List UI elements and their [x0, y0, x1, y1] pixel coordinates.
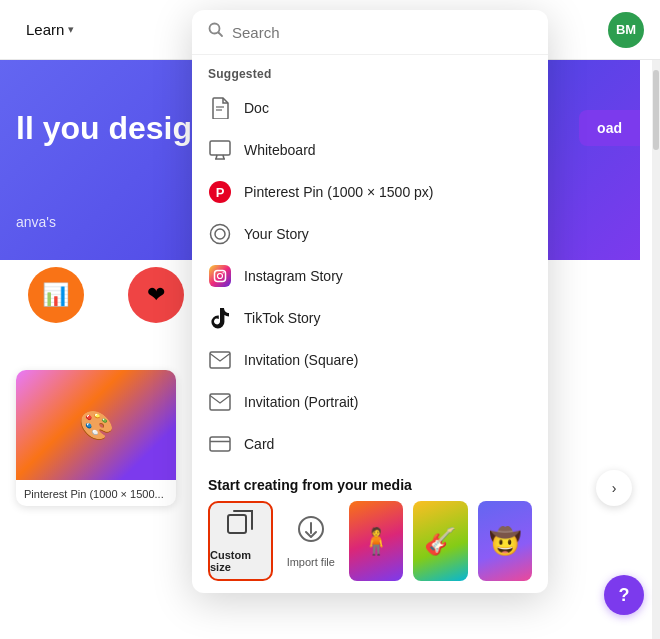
search-bar — [192, 10, 548, 55]
avatar-initials: BM — [616, 22, 636, 37]
tiktok-icon — [208, 306, 232, 330]
svg-point-8 — [211, 225, 230, 244]
media-section-label: Start creating from your media — [192, 465, 548, 501]
menu-item-whiteboard[interactable]: Whiteboard — [192, 129, 548, 171]
pinterest-card-thumbnail: 🎨 — [16, 370, 176, 480]
suggested-label: Suggested — [192, 55, 548, 87]
svg-rect-15 — [210, 437, 230, 451]
search-icon — [208, 22, 224, 42]
instagram-story-label: Instagram Story — [244, 268, 343, 284]
social-media-label: Social media — [127, 329, 184, 357]
menu-item-pinterest[interactable]: P Pinterest Pin (1000 × 1500 px) — [192, 171, 548, 213]
your-story-label: Your Story — [244, 226, 309, 242]
doc-label: Doc — [244, 100, 269, 116]
thumbnail-person-3: 🤠 — [478, 501, 532, 581]
scrollbar-thumb[interactable] — [653, 70, 659, 150]
help-button[interactable]: ? — [604, 575, 644, 615]
pinterest-label: Pinterest Pin (1000 × 1500 px) — [244, 184, 434, 200]
menu-item-card[interactable]: Card — [192, 423, 548, 465]
pinterest-icon: P — [208, 180, 232, 204]
svg-point-9 — [215, 229, 225, 239]
svg-rect-13 — [210, 352, 230, 368]
custom-size-icon — [226, 509, 254, 543]
menu-item-invitation-square[interactable]: Invitation (Square) — [192, 339, 548, 381]
svg-line-1 — [219, 33, 223, 37]
menu-item-invitation-portrait[interactable]: Invitation (Portrait) — [192, 381, 548, 423]
card-icon — [208, 432, 232, 456]
download-button[interactable]: oad — [579, 110, 640, 146]
invitation-portrait-label: Invitation (Portrait) — [244, 394, 358, 410]
svg-rect-10 — [215, 271, 226, 282]
social-media-icon-item[interactable]: ❤ Social media — [111, 255, 200, 369]
learn-label: Learn — [26, 21, 64, 38]
learn-button[interactable]: Learn ▾ — [16, 15, 84, 44]
import-file-button[interactable]: Import file — [283, 501, 339, 581]
svg-rect-4 — [210, 141, 230, 155]
media-thumbnail-1[interactable]: 🧍 — [349, 501, 403, 581]
search-dropdown: Suggested Doc Whiteboard P — [192, 10, 548, 593]
instagram-icon — [208, 264, 232, 288]
whiteboard-icon — [208, 138, 232, 162]
import-icon — [297, 515, 325, 550]
svg-point-11 — [218, 274, 223, 279]
icon-shortcuts-row: 📊 Presentations ❤ Social media — [0, 255, 200, 369]
next-arrow-button[interactable]: › — [596, 470, 632, 506]
svg-rect-14 — [210, 394, 230, 410]
menu-item-instagram-story[interactable]: Instagram Story — [192, 255, 548, 297]
card-label: Card — [244, 436, 274, 452]
social-media-icon[interactable]: ❤ — [128, 267, 184, 323]
custom-size-button[interactable]: Custom size — [208, 501, 273, 581]
presentations-label: Presentations — [16, 329, 95, 343]
thumbnail-person-1: 🧍 — [349, 501, 403, 581]
invitation-portrait-icon — [208, 390, 232, 414]
custom-size-label: Custom size — [210, 549, 271, 573]
whiteboard-label: Whiteboard — [244, 142, 316, 158]
pinterest-card[interactable]: 🎨 Pinterest Pin (1000 × 1500... — [16, 370, 176, 506]
invitation-square-icon — [208, 348, 232, 372]
menu-item-doc[interactable]: Doc — [192, 87, 548, 129]
invitation-square-label: Invitation (Square) — [244, 352, 358, 368]
arrow-right-icon: › — [612, 480, 617, 496]
svg-rect-17 — [228, 515, 246, 533]
doc-icon — [208, 96, 232, 120]
tiktok-story-label: TikTok Story — [244, 310, 321, 326]
pinterest-card-label: Pinterest Pin (1000 × 1500... — [16, 480, 176, 506]
presentations-icon[interactable]: 📊 — [28, 267, 84, 323]
media-row: Custom size Import file 🧍 🎸 🤠 — [192, 501, 548, 581]
hero-sub: anva's — [16, 214, 56, 230]
learn-chevron-icon: ▾ — [68, 23, 74, 36]
import-label: Import file — [287, 556, 335, 568]
search-input[interactable] — [232, 24, 532, 41]
media-thumbnail-3[interactable]: 🤠 — [478, 501, 532, 581]
menu-item-your-story[interactable]: Your Story — [192, 213, 548, 255]
avatar[interactable]: BM — [608, 12, 644, 48]
hero-text: ll you design — [16, 110, 212, 147]
help-icon: ? — [619, 585, 630, 606]
your-story-icon — [208, 222, 232, 246]
menu-item-tiktok-story[interactable]: TikTok Story — [192, 297, 548, 339]
presentations-icon-item[interactable]: 📊 Presentations — [0, 255, 111, 369]
thumbnail-person-2: 🎸 — [413, 501, 467, 581]
scrollbar[interactable] — [652, 60, 660, 639]
media-thumbnail-2[interactable]: 🎸 — [413, 501, 467, 581]
svg-point-12 — [223, 272, 224, 273]
